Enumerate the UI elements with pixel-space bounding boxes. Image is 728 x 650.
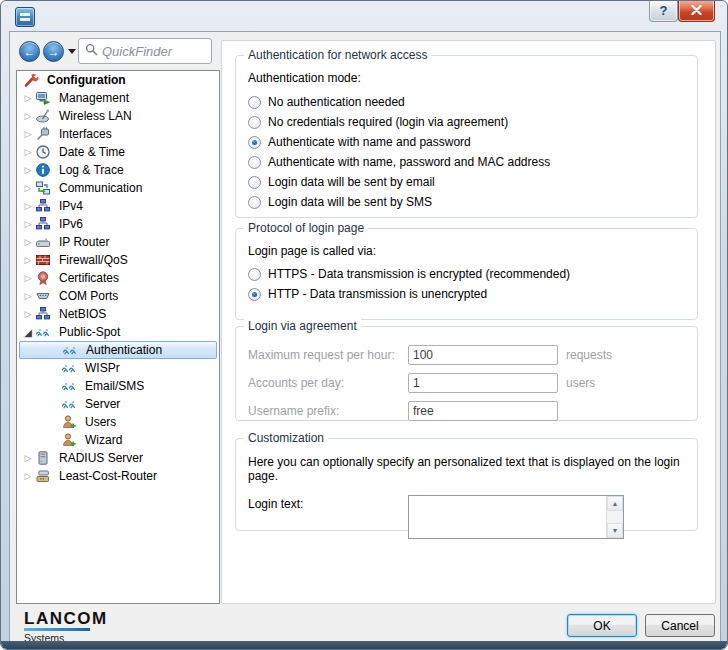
sidebar-item-certificates[interactable]: ▷ Certificates — [19, 269, 217, 287]
group-title: Authentication for network access — [244, 48, 431, 62]
text-input[interactable] — [408, 401, 558, 421]
radio-icon[interactable] — [248, 116, 261, 129]
server-icon — [35, 450, 52, 466]
radio-option[interactable]: Login data will be sent by email — [248, 172, 685, 192]
sidebar-item-authentication[interactable]: Authentication — [19, 341, 217, 359]
help-button[interactable]: ? — [649, 0, 678, 22]
login-text-row: Login text: ▲ ▼ — [248, 495, 685, 541]
wrench-icon — [23, 72, 40, 88]
sidebar-item-interfaces[interactable]: ▷ Interfaces — [19, 125, 217, 143]
logo-underline — [24, 628, 90, 631]
expander-icon[interactable]: ▷ — [21, 255, 35, 265]
radio-icon[interactable] — [248, 176, 261, 189]
wifi-icon — [61, 360, 78, 376]
expander-icon[interactable]: ▷ — [21, 147, 35, 157]
sidebar-item-wispr[interactable]: WISPr — [19, 359, 217, 377]
expander-icon[interactable]: ▷ — [21, 453, 35, 463]
sidebar-item-communication[interactable]: ▷ Communication — [19, 179, 217, 197]
com-ports-icon — [35, 288, 52, 304]
cancel-button[interactable]: Cancel — [645, 614, 715, 637]
sidebar-item-radius-server[interactable]: ▷ RADIUS Server — [19, 449, 217, 467]
configuration-tree[interactable]: Configuration ▷ Management ▷ Wireless LA… — [16, 70, 220, 604]
close-button[interactable] — [678, 0, 715, 22]
radio-icon[interactable] — [248, 136, 261, 149]
expander-icon[interactable]: ▷ — [21, 183, 35, 193]
scrollbar[interactable]: ▲ ▼ — [606, 496, 623, 538]
interfaces-icon — [35, 126, 52, 142]
wifi-icon — [61, 396, 78, 412]
logo-subtext: Systems — [24, 632, 108, 644]
sidebar-item-public-spot[interactable]: ◢ Public-Spot — [19, 323, 217, 341]
expander-icon[interactable]: ▷ — [21, 111, 35, 121]
group-authentication-for-network-access: Authentication for network access Authen… — [235, 55, 698, 218]
sidebar-item-wireless-lan[interactable]: ▷ Wireless LAN — [19, 107, 217, 125]
field-row: Username prefix: — [248, 401, 685, 421]
expander-icon[interactable]: ▷ — [21, 129, 35, 139]
wireless-lan-icon — [35, 108, 52, 124]
sidebar-item-firewall-qos[interactable]: ▷ Firewall/QoS — [19, 251, 217, 269]
radio-icon[interactable] — [248, 96, 261, 109]
sidebar-item-ipv4[interactable]: ▷ IPv4 — [19, 197, 217, 215]
network-icon — [35, 198, 52, 214]
search-icon — [85, 42, 98, 60]
back-button[interactable]: ← — [19, 41, 40, 62]
expander-icon[interactable]: ▷ — [21, 219, 35, 229]
authentication-mode-label: Authentication mode: — [248, 71, 685, 85]
quickfinder-input[interactable] — [102, 44, 205, 59]
text-input[interactable] — [408, 345, 558, 365]
ok-button[interactable]: OK — [567, 614, 637, 637]
expander-icon[interactable]: ▷ — [21, 237, 35, 247]
info-icon — [35, 162, 52, 178]
radio-option[interactable]: No credentials required (login via agree… — [248, 112, 685, 132]
login-page-protocol-label: Login page is called via: — [248, 244, 685, 258]
expander-icon[interactable]: ▷ — [21, 291, 35, 301]
sidebar-item-ipv6[interactable]: ▷ IPv6 — [19, 215, 217, 233]
radio-option[interactable]: Authenticate with name and password — [248, 132, 685, 152]
radio-option[interactable]: No authentication needed — [248, 92, 685, 112]
nav-dropdown-caret[interactable] — [68, 49, 76, 54]
sidebar-item-server[interactable]: Server — [19, 395, 217, 413]
radio-icon[interactable] — [248, 288, 261, 301]
radio-option[interactable]: HTTP - Data transmission is unencrypted — [248, 284, 685, 304]
radio-icon[interactable] — [248, 156, 261, 169]
expander-icon[interactable]: ▷ — [21, 273, 35, 283]
sidebar-item-log-trace[interactable]: ▷ Log & Trace — [19, 161, 217, 179]
scroll-up-icon[interactable]: ▲ — [607, 496, 623, 511]
expander-icon[interactable]: ▷ — [21, 471, 35, 481]
login-text-label: Login text: — [248, 497, 303, 511]
sidebar-item-management[interactable]: ▷ Management — [19, 89, 217, 107]
authentication-mode-radios: No authentication needed No credentials … — [248, 92, 685, 212]
expander-icon[interactable]: ◢ — [21, 327, 35, 338]
title-bar[interactable]: ? — [1, 1, 727, 31]
sidebar-item-email-sms[interactable]: Email/SMS — [19, 377, 217, 395]
radio-icon[interactable] — [248, 268, 261, 281]
sidebar-item-configuration[interactable]: Configuration — [19, 71, 217, 89]
sidebar-item-ip-router[interactable]: ▷ IP Router — [19, 233, 217, 251]
forward-button[interactable]: → — [43, 41, 64, 62]
sidebar-item-users[interactable]: Users — [19, 413, 217, 431]
sidebar-item-wizard[interactable]: Wizard — [19, 431, 217, 449]
radio-option[interactable]: Authenticate with name, password and MAC… — [248, 152, 685, 172]
radio-option[interactable]: HTTPS - Data transmission is encrypted (… — [248, 264, 685, 284]
radio-option[interactable]: Login data will be sent by SMS — [248, 192, 685, 212]
sidebar-item-least-cost-router[interactable]: ▷ Least-Cost-Router — [19, 467, 217, 485]
close-icon — [691, 3, 702, 18]
login-text-area[interactable]: ▲ ▼ — [408, 495, 624, 539]
back-arrow-icon: ← — [24, 46, 36, 58]
sidebar-item-date-time[interactable]: ▷ Date & Time — [19, 143, 217, 161]
network-icon — [35, 216, 52, 232]
scroll-down-icon[interactable]: ▼ — [607, 523, 623, 538]
sidebar-item-netbios[interactable]: ▷ NetBIOS — [19, 305, 217, 323]
radio-icon[interactable] — [248, 196, 261, 209]
sidebar-item-com-ports[interactable]: ▷ COM Ports — [19, 287, 217, 305]
quickfinder-box[interactable] — [78, 38, 212, 64]
expander-icon[interactable]: ▷ — [21, 201, 35, 211]
router-icon — [35, 234, 52, 250]
text-input[interactable] — [408, 373, 558, 393]
expander-icon[interactable]: ▷ — [21, 165, 35, 175]
client-area: ← → Configuration ▷ Management ▷ Wireles… — [9, 31, 721, 642]
login-text-content[interactable] — [409, 496, 606, 538]
clock-icon — [35, 144, 52, 160]
expander-icon[interactable]: ▷ — [21, 93, 35, 103]
expander-icon[interactable]: ▷ — [21, 309, 35, 319]
